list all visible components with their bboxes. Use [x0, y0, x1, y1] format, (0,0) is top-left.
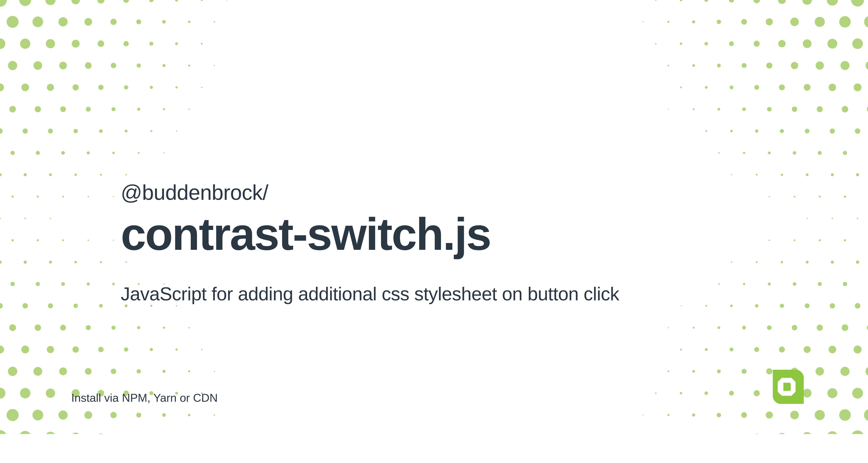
package-description: JavaScript for adding additional css sty… [121, 283, 619, 305]
package-scope: @buddenbrock/ [121, 180, 268, 205]
brand-logo-icon [764, 367, 804, 407]
package-title: contrast-switch.js [121, 208, 491, 260]
install-hint: Install via NPM, Yarn or CDN [71, 391, 218, 404]
